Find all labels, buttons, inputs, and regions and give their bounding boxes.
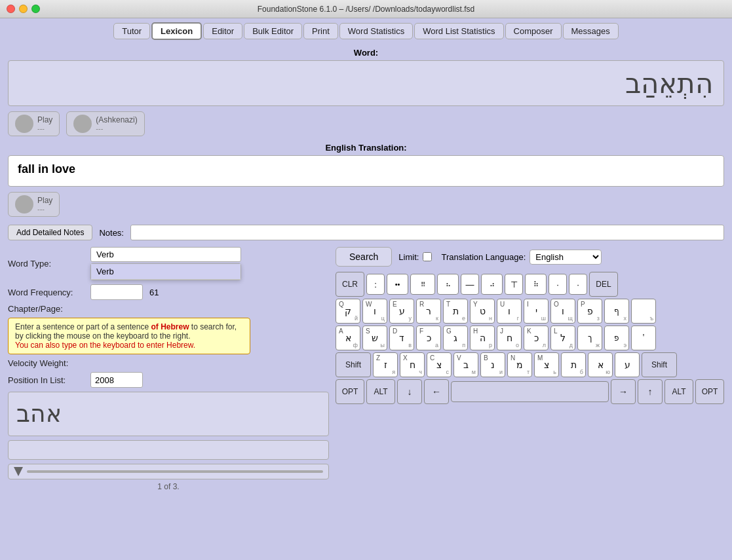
key-C[interactable]: Cצс <box>427 352 452 377</box>
key-T-line[interactable]: ⊤ <box>505 274 523 295</box>
key-T[interactable]: Tתе <box>443 299 468 324</box>
verb-option[interactable]: Verb <box>91 264 241 280</box>
word-frequency-value: 61 <box>149 288 159 297</box>
word-frequency-input[interactable] <box>90 284 143 300</box>
key-shift-left[interactable]: Shift <box>336 352 371 377</box>
key-X[interactable]: Xחч <box>400 352 425 377</box>
key-shift-right[interactable]: Shift <box>642 352 677 377</box>
key-hard[interactable]: ъ <box>631 299 656 324</box>
key-dotT[interactable]: ⠷ <box>525 274 547 295</box>
nav-bar: Tutor Lexicon Editor Bulk Editor Print W… <box>0 18 732 44</box>
key-alt-left[interactable]: ALT <box>366 379 395 404</box>
tab-bulk-editor[interactable]: Bulk Editor <box>244 23 302 39</box>
key-dot2[interactable]: · <box>569 274 587 295</box>
hebrew-word: הִתְאֵהַב <box>625 67 713 100</box>
key-M[interactable]: Mצь <box>534 352 559 377</box>
position-list-input[interactable] <box>90 372 143 388</box>
key-alt-right[interactable]: ALT <box>665 379 693 404</box>
key-alef2[interactable]: אю <box>588 352 613 377</box>
word-display-box: הִתְאֵהַב <box>8 60 724 106</box>
key-B[interactable]: Bנи <box>480 352 505 377</box>
tab-word-statistics[interactable]: Word Statistics <box>339 23 413 39</box>
key-clr[interactable]: CLR <box>336 272 364 297</box>
spacebar[interactable] <box>451 381 609 402</box>
word-frequency-row: Word Frequency: 61 <box>8 284 329 300</box>
key-U[interactable]: Uוг <box>497 299 522 324</box>
play-button-2[interactable]: Play --- <box>8 192 60 217</box>
slider-track[interactable] <box>27 470 323 473</box>
tab-messages[interactable]: Messages <box>563 23 619 39</box>
tab-lexicon[interactable]: Lexicon <box>151 22 202 40</box>
key-P[interactable]: Pפз <box>577 299 602 324</box>
key-J[interactable]: Jחо <box>497 326 522 350</box>
key-L[interactable]: Lלд <box>550 326 575 350</box>
ashkenazi-label: (Ashkenazi) --- <box>96 115 137 132</box>
key-peh-sofit[interactable]: פэ <box>604 326 629 350</box>
close-button[interactable] <box>7 5 15 13</box>
key-O[interactable]: Oוщ <box>550 299 575 324</box>
key-D[interactable]: Dדв <box>389 326 414 350</box>
tooltip-line4: You can also type on the keyboard to ent… <box>15 341 195 350</box>
key-arrow-right[interactable]: → <box>611 379 636 404</box>
word-type-value[interactable]: Verb <box>90 247 241 262</box>
word-label: Word: <box>8 48 724 58</box>
audio-circle-3 <box>15 195 33 214</box>
tab-print[interactable]: Print <box>303 23 338 39</box>
key-dotdash[interactable]: ⠴ <box>481 274 503 295</box>
key-opt-left[interactable]: OPT <box>336 379 364 404</box>
key-F[interactable]: Fכа <box>416 326 441 350</box>
key-arrow-down[interactable]: ↓ <box>397 379 422 404</box>
tab-composer[interactable]: Composer <box>505 23 562 39</box>
key-arrow-up[interactable]: ↑ <box>638 379 663 404</box>
key-H[interactable]: Hהр <box>470 326 495 350</box>
key-P2[interactable]: ףх <box>604 299 629 324</box>
tooltip-line2: to search for, <box>189 322 237 331</box>
key-S[interactable]: Sשы <box>362 326 387 350</box>
key-dot-single[interactable]: · <box>549 274 567 295</box>
maximize-button[interactable] <box>31 5 40 13</box>
key-V[interactable]: Vבм <box>453 352 478 377</box>
audio-buttons-row1: Play --- (Ashkenazi) --- <box>8 111 724 136</box>
key-dotsbar[interactable]: ⠦ <box>437 274 459 295</box>
audio-circle-2 <box>73 115 92 133</box>
key-G[interactable]: Gגп <box>443 326 468 350</box>
notes-input[interactable] <box>130 225 724 240</box>
search-button[interactable]: Search <box>336 247 392 267</box>
key-tav[interactable]: תб <box>561 352 586 377</box>
key-dots4[interactable]: ⠿ <box>410 274 435 295</box>
minimize-button[interactable] <box>19 5 28 13</box>
tab-tutor[interactable]: Tutor <box>113 23 150 39</box>
key-N[interactable]: Nמт <box>507 352 532 377</box>
key-W[interactable]: Wוц <box>362 299 387 324</box>
key-R[interactable]: Rרк <box>416 299 441 324</box>
key-colon[interactable]: : <box>366 274 385 295</box>
page-counter: 1 of 3. <box>8 482 329 491</box>
key-kaf-sofit[interactable]: ךж <box>577 326 602 350</box>
tab-word-list-statistics[interactable]: Word List Statistics <box>414 23 503 39</box>
limit-checkbox[interactable] <box>423 252 432 261</box>
key-ayin2[interactable]: ע <box>615 352 640 377</box>
play-label-2: Play --- <box>37 196 52 213</box>
key-K[interactable]: Kכл <box>524 326 549 350</box>
key-A[interactable]: Aאф <box>336 326 360 350</box>
key-arrow-left[interactable]: ← <box>424 379 449 404</box>
play-button-1[interactable]: Play --- <box>8 111 60 136</box>
keyboard-row2: Aאф Sשы Dדв Fכа Gגп Hהр Jחо Kכл Lלд ךж פ… <box>336 326 724 350</box>
key-Y[interactable]: Yטн <box>470 299 495 324</box>
velocity-weight-row: Velocity Weight: <box>8 358 329 368</box>
key-del[interactable]: DEL <box>589 272 618 297</box>
key-apostrophe[interactable]: ' <box>631 326 656 350</box>
word-type-dropdown-wrapper: Verb Verb <box>90 247 241 280</box>
add-notes-button[interactable]: Add Detailed Notes <box>8 225 92 240</box>
translation-box: fall in love <box>8 155 724 187</box>
key-I[interactable]: Iיш <box>524 299 549 324</box>
key-Z[interactable]: Zזя <box>373 352 398 377</box>
key-E[interactable]: Eעу <box>389 299 414 324</box>
key-dots2[interactable]: •• <box>387 274 408 295</box>
language-select[interactable]: English <box>530 250 602 265</box>
key-Q[interactable]: Qקй <box>336 299 360 324</box>
play-button-ashkenazi[interactable]: (Ashkenazi) --- <box>66 111 144 136</box>
key-opt-right[interactable]: OPT <box>695 379 724 404</box>
key-dash[interactable]: — <box>461 274 479 295</box>
tab-editor[interactable]: Editor <box>203 23 242 39</box>
